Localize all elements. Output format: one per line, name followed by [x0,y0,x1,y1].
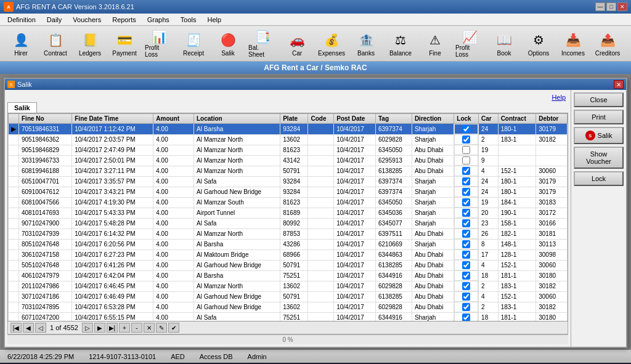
table-row[interactable]: 9051984682910/4/2017 2:47:49 PM4.00Al Ma… [9,145,568,155]
cell-lock[interactable] [454,302,478,312]
table-row[interactable]: 5051024764810/4/2017 6:41:26 PM4.00Al Ga… [9,260,568,270]
toolbar-btn-balance[interactable]: ⚖Balance [385,29,417,59]
toolbar-btn-incomes[interactable]: 📥Incomes [557,29,589,59]
minus-btn[interactable]: - [131,323,142,333]
table-row[interactable]: 4081014769310/4/2017 5:43:33 PM4.00Airpo… [9,208,568,218]
prev-btn[interactable]: ◁ [35,323,46,333]
cell-lock[interactable] [454,145,478,155]
cell-lock[interactable] [454,208,478,218]
cell-code [308,197,334,208]
minimize-button[interactable]: — [595,2,605,11]
cell-lock[interactable] [454,155,478,166]
cell-lock[interactable] [454,260,478,270]
toolbar-btn-contract[interactable]: 📋Contract [39,29,71,59]
cell-lock[interactable] [454,218,478,229]
salik-tab[interactable]: Salik [7,102,37,113]
table-row[interactable]: 4061024797910/4/2017 6:42:04 PM4.00Al Ba… [9,270,568,281]
menu-item-definition[interactable]: Definition [2,15,41,25]
cell-lock[interactable] [454,197,478,208]
table-row[interactable]: 6071024720010/4/2017 6:55:15 PM4.00Al Sa… [9,312,568,322]
prev-page-btn[interactable]: ◀ [23,323,34,333]
toolbar-btn-book[interactable]: 📖Book [488,29,520,59]
help-link[interactable]: Help [7,92,568,102]
menu-item-help[interactable]: Help [202,15,226,25]
cell-lock[interactable] [454,249,478,260]
print-button[interactable]: Print [574,110,624,124]
col-header- [9,114,19,124]
cell-lock[interactable] [454,291,478,302]
inner-close-button[interactable]: ✕ [614,80,624,89]
cell-plate: 50791 [280,166,308,176]
table-row[interactable]: 6081994618810/4/2017 3:27:11 PM4.00Al Ma… [9,166,568,176]
toolbar-btn-banks[interactable]: 🏦Banks [350,29,382,59]
cell-fine-date-time: 10/4/2017 1:12:42 PM [72,124,153,135]
next-page-btn[interactable]: ▶ [94,323,105,333]
table-row[interactable]: 7031024789510/4/2017 6:53:28 PM4.00Al Ga… [9,302,568,312]
inner-window: S Salik ✕ Help Salik Fine NoFine Date Ti… [4,78,627,348]
toolbar-btn-options[interactable]: ⚙Options [523,29,555,59]
cell-lock[interactable] [454,281,478,291]
toolbar-btn-profit-loss[interactable]: 📊Profit Loss [143,29,175,59]
menu-item-daily[interactable]: Daily [42,15,67,25]
cell-lock[interactable] [454,166,478,176]
cell-location: Al Maktoum Bridge [194,249,280,260]
cell-lock[interactable] [454,239,478,249]
maximize-button[interactable]: □ [606,2,616,11]
cell-lock[interactable] [454,312,478,322]
toolbar-btn-profit-loss2[interactable]: 📈Profit Loss [454,29,486,59]
toolbar-btn-expenses[interactable]: 💰Expenses [316,29,348,59]
toolbar-btn-car[interactable]: 🚗Car [281,29,313,59]
cell-post-date: 10/4/2017 [334,197,376,208]
menu-item-tools[interactable]: Tools [176,15,202,25]
toolbar-btn-bal-sheet[interactable]: 📑Bal. Sheet [246,29,279,59]
salik-button[interactable]: S Salik [574,127,624,144]
delete-btn[interactable]: ✕ [144,323,155,333]
table-row[interactable]: 3071024718610/4/2017 6:46:49 PM4.00Al Ga… [9,291,568,302]
cell-lock[interactable] [454,187,478,197]
cell-lock[interactable] [454,270,478,281]
table-row[interactable]: 9051984636210/4/2017 2:03:57 PM4.00Al Ma… [9,134,568,145]
table-row[interactable]: 8051024764810/4/2017 6:20:56 PM4.00Al Ba… [9,239,568,249]
lock-button[interactable]: Lock [574,171,624,186]
save-btn[interactable]: ✔ [168,323,179,333]
row-arrow [9,312,19,322]
table-row[interactable]: 3061024715810/4/2017 6:27:23 PM4.00Al Ma… [9,249,568,260]
toolbar-btn-creditors[interactable]: 📤Creditors [592,29,624,59]
table-row[interactable]: 3031994673310/4/2017 2:50:01 PM4.00Al Ma… [9,155,568,166]
cell-lock[interactable] [454,134,478,145]
edit-btn[interactable]: ✎ [156,323,167,333]
next-btn[interactable]: ▷ [82,323,93,333]
toolbar-btn-payment[interactable]: 💳Payment [108,29,140,59]
table-row[interactable]: 2011024798610/4/2017 6:46:45 PM4.00Al Ma… [9,281,568,291]
cell-lock[interactable] [454,176,478,187]
table-row[interactable]: ▶7051984633110/4/2017 1:12:42 PM4.00Al B… [9,124,568,135]
toolbar-btn-salik[interactable]: 🔴Salik [212,29,244,59]
menu-item-graphs[interactable]: Graphs [142,15,174,25]
cell-post-date: 10/4/2017 [334,229,376,239]
cell-car: 8 [479,239,499,249]
cell-fine-date-time: 10/4/2017 6:46:45 PM [72,281,153,291]
first-page-btn[interactable]: |◀ [10,323,22,333]
show-voucher-button[interactable]: Show Voucher [574,147,624,169]
toolbar-btn-receipt[interactable]: 🧾Receipt [177,29,210,59]
table-row[interactable]: 9071024790010/4/2017 5:48:28 PM4.00Al Sa… [9,218,568,229]
menu-item-reports[interactable]: Reports [107,15,141,25]
table-row[interactable]: 7031024793910/4/2017 6:14:32 PM4.00Al Ma… [9,229,568,239]
table-row[interactable]: 6091004761210/4/2017 3:43:21 PM4.00Al Ga… [9,187,568,197]
table-row[interactable]: 6081004756610/4/2017 4:19:30 PM4.00Al Ma… [9,197,568,208]
cell-lock[interactable] [454,124,478,134]
cell-lock[interactable] [454,229,478,239]
close-button[interactable]: Close [574,92,624,107]
add-btn[interactable]: + [119,323,130,333]
toolbar-btn-fine[interactable]: ⚠Fine [419,29,451,59]
cell-fine-date-time: 10/4/2017 2:47:49 PM [72,145,153,155]
last-page-btn[interactable]: ▶| [107,323,118,333]
close-app-button[interactable]: ✕ [617,2,627,11]
table-row[interactable]: 6051004770110/4/2017 3:35:57 PM4.00Al Sa… [9,176,568,187]
toolbar-btn-ledgers[interactable]: 📒Ledgers [74,29,106,59]
menu-item-vouchers[interactable]: Vouchers [68,15,106,25]
data-table-wrapper[interactable]: Fine NoFine Date TimeAmountLocationPlate… [7,113,568,322]
cell-contract: 183-1 [498,134,536,145]
toolbar-btn-hirer[interactable]: 👤Hirer [5,29,37,59]
cell-location: Al Safa [194,218,280,229]
